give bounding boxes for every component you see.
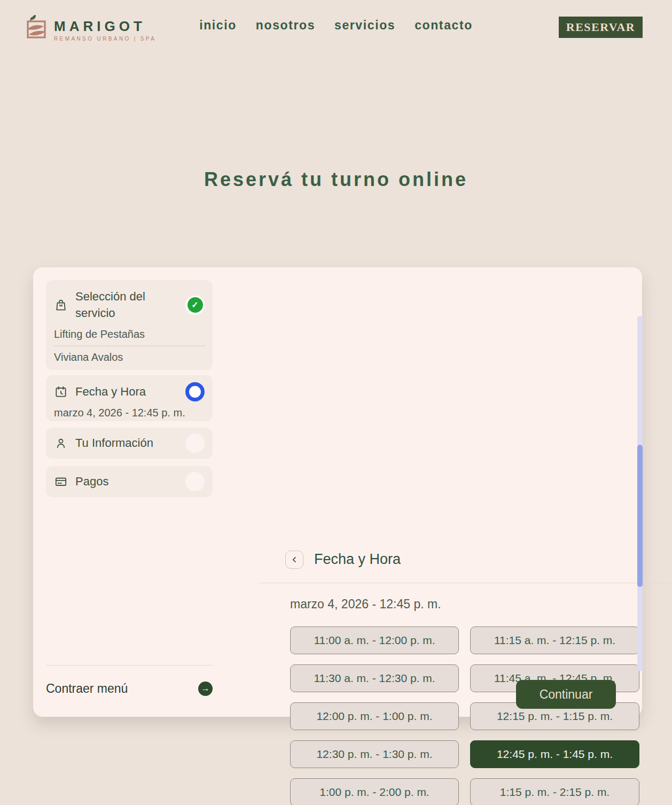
logo-text: MARIGOT REMANSO URBANO | SPA [54,19,156,42]
nav-item-inicio[interactable]: inicio [199,18,237,33]
chevron-left-icon [290,555,299,564]
reservar-button[interactable]: RESERVAR [559,17,643,38]
panel-title: Fecha y Hora [314,551,401,568]
back-button[interactable] [285,551,303,569]
step-label: Pagos [75,474,108,490]
logo-name: MARIGOT [54,19,156,33]
sidebar-step-payments[interactable]: Pagos [46,466,213,497]
page-title: Reservá tu turno online [0,168,672,191]
selected-provider: Viviana Avalos [46,351,213,363]
continue-button[interactable]: Continuar [516,680,616,709]
time-slot[interactable]: 12:00 p. m. - 1:00 p. m. [290,702,459,730]
scrollbar-thumb[interactable] [637,445,643,587]
sidebar-step-service-selection[interactable]: Selección del servicio ✓ Lifting de Pest… [46,280,213,370]
time-slot[interactable]: 11:15 a. m. - 12:15 p. m. [470,626,639,654]
step-head: Pagos [46,466,213,497]
dotted-divider [54,345,205,346]
nav-item-nosotros[interactable]: nosotros [256,18,315,33]
time-slot[interactable]: 11:30 a. m. - 12:30 p. m. [290,664,459,692]
time-slot[interactable]: 1:00 p. m. - 2:00 p. m. [290,778,459,805]
sidebar-step-your-information[interactable]: Tu Información [46,428,213,459]
logo[interactable]: MARIGOT REMANSO URBANO | SPA [26,14,156,42]
sidebar-step-date-time[interactable]: Fecha y Hora marzo 4, 2026 - 12:45 p. m. [46,375,213,421]
time-slot[interactable]: 1:15 p. m. - 2:15 p. m. [470,778,639,805]
step-head: Fecha y Hora [46,382,213,401]
step-label: Selección del servicio [75,289,171,322]
selected-datetime-main: marzo 4, 2026 - 12:45 p. m. [290,597,441,612]
step-label: Tu Información [75,435,153,452]
calendar-clock-icon [54,385,68,399]
nav-item-contacto[interactable]: contacto [415,18,473,33]
person-icon [54,436,68,450]
step-status-pending-icon [185,472,205,491]
step-label: Fecha y Hora [75,384,146,400]
collapse-menu-button[interactable]: Contraer menú → [46,680,213,697]
collapse-menu-label: Contraer menú [46,682,128,696]
logo-tagline: REMANSO URBANO | SPA [54,36,156,42]
step-head: Tu Información [46,428,213,459]
selected-datetime-sidebar: marzo 4, 2026 - 12:45 p. m. [46,407,213,419]
time-slot[interactable]: 11:00 a. m. - 12:00 p. m. [290,626,459,654]
booking-card: Selección del servicio ✓ Lifting de Pest… [33,267,642,717]
shopping-bag-icon [54,298,68,312]
nav-item-servicios[interactable]: servicios [334,18,395,33]
time-slot-selected[interactable]: 12:45 p. m. - 1:45 p. m. [470,740,639,768]
arrow-right-icon: → [198,682,213,696]
credit-card-icon [54,475,68,489]
selected-service: Lifting de Pestañas [46,328,213,340]
time-slot-grid: 11:00 a. m. - 12:00 p. m.11:15 a. m. - 1… [290,626,639,805]
step-status-pending-icon [185,434,205,453]
sidebar-footer-divider [46,665,213,665]
step-head: Selección del servicio ✓ [46,289,213,322]
step-status-active-icon [185,382,205,401]
site-header: MARIGOT REMANSO URBANO | SPA inicio noso… [0,0,672,55]
page: MARIGOT REMANSO URBANO | SPA inicio noso… [0,0,672,805]
time-slot[interactable]: 12:30 p. m. - 1:30 p. m. [290,740,459,768]
main-nav: inicio nosotros servicios contacto [199,18,473,33]
logo-spa-hands-icon [26,14,49,40]
logo-tagline-separator: | [134,36,137,42]
step-status-done-icon: ✓ [185,296,205,315]
